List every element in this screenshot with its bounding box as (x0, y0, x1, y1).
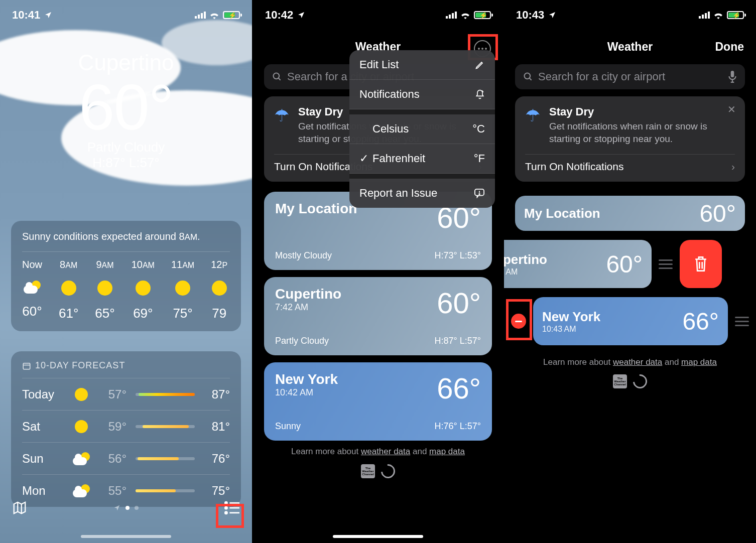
location-arrow-icon (44, 11, 52, 19)
day-row: Sun56°76° (22, 443, 230, 475)
day-low: 57° (100, 387, 127, 401)
city-hilo: H:87° L:57° (435, 336, 481, 346)
page-dots[interactable] (113, 504, 139, 511)
delete-confirm-button[interactable] (680, 240, 722, 288)
temp-range-bar (136, 425, 195, 428)
city-card-my-location[interactable]: My Location 60° (515, 196, 745, 231)
drag-handle[interactable] (735, 317, 749, 326)
wifi-icon (460, 11, 471, 19)
day-high: 76° (204, 452, 230, 466)
day-icon (71, 420, 91, 433)
current-temp: 60° (0, 75, 252, 140)
city-name: New York (275, 371, 338, 387)
menu-edit-list[interactable]: Edit List (349, 50, 495, 80)
ten-day-forecast-card[interactable]: 10-DAY FORECAST Today57°87°Sat59°81°Sun5… (11, 351, 241, 507)
day-name: Today (22, 387, 62, 401)
wifi-icon (209, 11, 220, 19)
status-time: 10:41 (12, 9, 40, 22)
battery-icon: ⚡ (727, 11, 744, 19)
learn-more-text: Learn more about weather data and map da… (253, 447, 503, 457)
city-name: Cupertino (275, 286, 341, 302)
dark-sky-logo (630, 371, 650, 391)
city-hilo: H:76° L:57° (435, 421, 481, 432)
trash-icon (692, 254, 709, 274)
ten-day-header: 10-DAY FORECAST (22, 360, 230, 378)
city-time: 7:42 AM (275, 302, 341, 313)
weather-data-link[interactable]: weather data (613, 357, 662, 367)
hourly-item: 10AM69° (132, 259, 155, 321)
city-card[interactable]: Cupertino7:42 AM60°Partly CloudyH:87° L:… (264, 277, 492, 355)
svg-line-31 (530, 78, 532, 80)
svg-rect-27 (702, 15, 704, 19)
city-card[interactable]: New York10:42 AM66°SunnyH:76° L:57° (264, 362, 492, 441)
svg-rect-16 (452, 13, 454, 19)
attribution-logos: TheWeatherChannel (504, 374, 756, 388)
drag-handle[interactable] (659, 259, 673, 269)
svg-rect-2 (201, 13, 203, 19)
search-placeholder: Search for a city or airport (538, 70, 723, 83)
svg-point-25 (479, 194, 480, 195)
menu-fahrenheit[interactable]: ✓Fahrenheit°F (349, 144, 495, 174)
day-name: Sat (22, 420, 62, 434)
phone-2-weather-list-menu: 10:42 ⚡ Weather Search for a city or air… (252, 0, 504, 543)
menu-celsius[interactable]: Celsius°C (349, 114, 495, 144)
weather-hero: Cupertino 60° Partly Cloudy H:87° L:57° (0, 50, 252, 171)
hourly-temp: 69° (133, 306, 153, 321)
day-high: 87° (204, 387, 230, 401)
map-data-link[interactable]: map data (429, 447, 465, 456)
temp-range-bar (136, 489, 195, 492)
options-menu: Edit List Notifications Celsius°C ✓Fahre… (349, 50, 495, 208)
status-bar: 10:43 ⚡ (504, 0, 756, 30)
checkmark-icon: ✓ (359, 152, 368, 165)
svg-rect-0 (195, 16, 197, 19)
hourly-time: 9AM (96, 259, 113, 270)
hourly-item: 12P79 (211, 259, 227, 321)
hourly-time: 12P (211, 259, 227, 270)
turn-on-notifications-button[interactable]: Turn On Notifications › (525, 154, 735, 173)
home-indicator[interactable] (333, 535, 423, 538)
map-icon[interactable] (11, 500, 28, 515)
hourly-temp: 60° (22, 304, 42, 319)
hourly-item: Now60° (22, 259, 42, 321)
map-data-link[interactable]: map data (681, 357, 717, 367)
weather-data-link[interactable]: weather data (361, 447, 410, 456)
search-input[interactable]: Search for a city or airport (515, 64, 745, 89)
battery-icon: ⚡ (223, 11, 240, 19)
svg-rect-4 (23, 363, 30, 369)
edit-row-new-york[interactable]: New York 10:43 AM 66° (511, 297, 749, 345)
cellular-icon (195, 12, 206, 19)
svg-rect-14 (446, 16, 448, 19)
report-icon (474, 188, 485, 198)
day-icon (71, 388, 91, 401)
close-button[interactable]: ✕ (727, 103, 736, 115)
hourly-summary: Sunny conditions expected around 8AM. (22, 231, 230, 252)
menu-notifications[interactable]: Notifications (349, 80, 495, 109)
hourly-forecast-card[interactable]: Sunny conditions expected around 8AM. No… (11, 221, 241, 331)
edit-row-cupertino[interactable]: upertino 43 AM 60° (504, 240, 756, 288)
day-row: Today57°87° (22, 378, 230, 411)
location-arrow-icon (297, 11, 305, 19)
city-hilo: H:73° L:53° (435, 250, 481, 261)
day-row: Sat59°81° (22, 411, 230, 443)
done-button[interactable]: Done (715, 40, 744, 54)
svg-point-21 (274, 73, 280, 79)
highlight-list-button (216, 504, 244, 528)
current-condition: Partly Cloudy (0, 140, 252, 155)
svg-rect-3 (204, 12, 206, 19)
hourly-item: 11AM75° (171, 259, 194, 321)
wifi-icon (713, 11, 724, 19)
day-low: 56° (100, 452, 127, 466)
cellular-icon (446, 12, 457, 19)
hourly-temp: 61° (59, 306, 78, 321)
dark-sky-logo (378, 461, 398, 481)
bottom-toolbar (0, 493, 252, 523)
phone-1-weather-detail: 10:41 ⚡ Cupertino 60° Partly Cloudy H:87… (0, 0, 252, 543)
location-dot-icon (113, 504, 120, 511)
mic-icon[interactable] (728, 71, 737, 83)
city-card-new-york[interactable]: New York 10:43 AM 66° (533, 297, 728, 345)
city-card-cupertino[interactable]: upertino 43 AM 60° (504, 240, 652, 288)
menu-report-issue[interactable]: Report an Issue (349, 179, 495, 208)
hourly-time: 10AM (132, 259, 155, 270)
hourly-temp: 75° (173, 306, 192, 321)
home-indicator[interactable] (81, 535, 171, 538)
